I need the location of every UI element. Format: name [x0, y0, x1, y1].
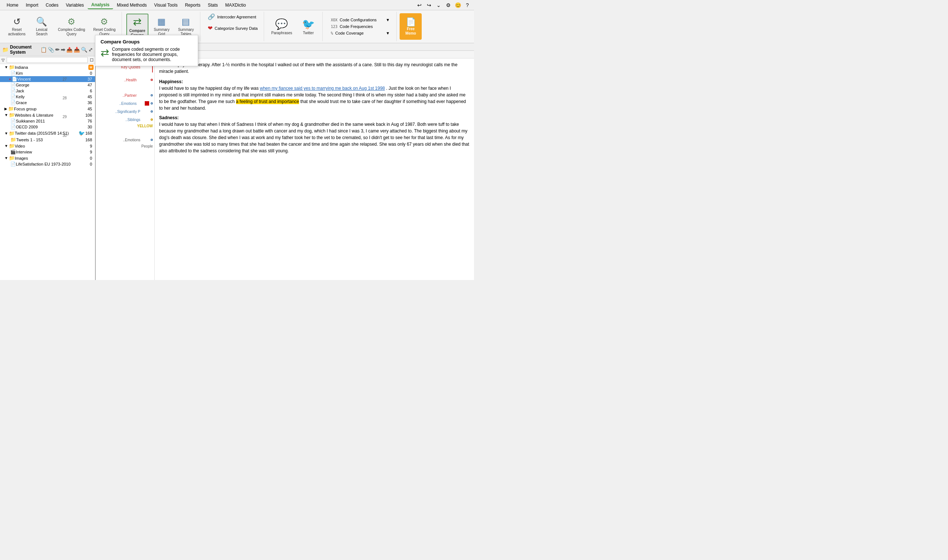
tree-label-tweets: Tweets 1 - 153: [16, 138, 85, 142]
undo-button[interactable]: ↩: [416, 2, 423, 9]
top-content-area: 🔍 🔍 ⊞ ✏ 🖨 📤 🔍 ⊡ ⤢ ─ ✕ ◀ ▶ |: [96, 43, 474, 280]
doc-system-toolbar-icons: 📋 📎 ✏ ➡ 📤 📥 🔍 ⤢: [40, 47, 93, 52]
compare-groups-icon: ⇄: [133, 16, 141, 28]
tree-item-kim[interactable]: 📄 Kim 0: [0, 70, 95, 76]
menu-visual-tools[interactable]: Visual Tools: [151, 2, 182, 9]
intercoder-button[interactable]: 🔗 Intercoder Agreement: [205, 12, 259, 22]
menu-stats[interactable]: Stats: [204, 2, 221, 9]
twitter-badge: 🐦: [79, 130, 85, 136]
tree-item-focus-group[interactable]: ▶ 📁 Focus group 45: [0, 106, 95, 112]
tree-expand-indiana[interactable]: ▼: [5, 65, 8, 69]
tree-count-suikkanen: 76: [85, 119, 94, 123]
menu-import[interactable]: Import: [22, 2, 42, 9]
code-configs-panel: XOX Code Configurations ▼ 123 Code Frequ…: [327, 15, 393, 37]
tree-count-oecd: 30: [85, 125, 94, 129]
tree-item-lifesatisfaction[interactable]: 📄 LifeSatisfaction EU 1973-2010 0: [0, 161, 95, 167]
tree-expand-video[interactable]: ▼: [5, 144, 8, 148]
tree-item-vincent[interactable]: + 📄 Vincent 37: [0, 76, 95, 82]
tree-item-grace[interactable]: 📄 Grace 36: [0, 100, 95, 106]
tree-item-suikkanen[interactable]: 📄 Suikkanen 2011 76: [0, 118, 95, 124]
settings-icon[interactable]: ⚙: [445, 2, 452, 9]
tree-label-twitter-data: Twitter data (2015/25/8 14:51): [15, 131, 78, 135]
summary-grid-button[interactable]: ▦ SummaryGrid: [151, 15, 173, 38]
tree-item-indiana[interactable]: ▼ 📁 Indiana M: [0, 64, 95, 70]
smiley-icon[interactable]: 😊: [454, 2, 462, 9]
tree-item-oecd[interactable]: 📄 OECD 2009 30: [0, 124, 95, 130]
doc-system-icon3[interactable]: ✏: [55, 47, 60, 52]
doc-check-icon[interactable]: ☐: [90, 58, 94, 63]
tree-item-websites[interactable]: ▼ 📁 Websites & Literature 106: [0, 112, 95, 118]
menu-mixed-methods[interactable]: Mixed Methods: [113, 2, 150, 9]
tree-expand-twitter[interactable]: ▼: [5, 131, 8, 135]
paraphrases-button[interactable]: 💬 Paraphrases: [269, 17, 295, 37]
complex-coding-button[interactable]: ⚙ Complex CodingQuery: [55, 15, 88, 38]
menu-reports[interactable]: Reports: [181, 2, 204, 9]
chart-sig-area: [142, 108, 153, 115]
tree-item-george[interactable]: 📄 George 47: [0, 82, 95, 88]
doc-icon-kim: 📄: [10, 71, 16, 76]
menu-variables[interactable]: Variables: [62, 2, 88, 9]
redo-button[interactable]: ↪: [425, 2, 433, 9]
main-layout: 📁 Document System 📋 📎 ✏ ➡ 📤 📥 🔍 ⤢ ▽ ☐: [0, 43, 474, 280]
doc-icon-kelly: 📄: [10, 94, 16, 99]
folder-icon-images: 📁: [9, 155, 15, 161]
tree-item-kelly[interactable]: 📄 Kelly 45: [0, 94, 95, 100]
menu-codes[interactable]: Codes: [42, 2, 62, 9]
tree-label-video: Video: [15, 144, 85, 148]
doc-system-icon1[interactable]: 📋: [40, 47, 47, 52]
doc-system-icon4[interactable]: ➡: [61, 47, 65, 52]
doc-system-icon2[interactable]: 📎: [48, 47, 54, 52]
code-frequencies-button[interactable]: 123 Code Frequencies: [330, 23, 391, 29]
lexical-search-button[interactable]: 🔍 LexicalSearch: [31, 15, 52, 38]
code-configurations-button[interactable]: XOX Code Configurations ▼: [330, 17, 391, 23]
tree-expand-focus[interactable]: ▶: [5, 107, 8, 111]
free-memo-button[interactable]: 📄 FreeMemo: [400, 13, 422, 40]
reset-coding-icon: ⚙: [100, 17, 108, 27]
doc-system-expand[interactable]: ⤢: [88, 47, 93, 52]
code-coverage-button[interactable]: % Code Coverage ▼: [330, 30, 391, 36]
summary-grid-icon: ▦: [157, 17, 166, 27]
help-icon[interactable]: ?: [464, 2, 471, 9]
tree-expand-websites[interactable]: ▼: [5, 113, 8, 117]
chart-row-partner: ..Partner: [97, 92, 153, 99]
sadness-title: Sadness:: [159, 115, 179, 120]
tree-item-images[interactable]: ▼ 📁 Images 0: [0, 155, 95, 161]
chart-dot-partner: [151, 94, 153, 96]
complex-coding-icon: ⚙: [67, 17, 76, 27]
doc-filter-icon[interactable]: ▽: [2, 58, 5, 63]
main-text-panel[interactable]: harder in physical therapy. After 1-½ mo…: [155, 58, 474, 280]
content-with-chart: Key Quotes ..Health ..Part: [96, 58, 474, 280]
text-paragraph1: harder in physical therapy. After 1-½ mo…: [159, 62, 469, 75]
document-system-body[interactable]: ▼ 📁 Indiana M 📄 Kim 0 + 📄 Vincent 37: [0, 64, 95, 280]
tree-expand-images[interactable]: ▼: [5, 156, 8, 160]
chart-sidebar: Key Quotes ..Health ..Part: [96, 58, 155, 280]
tree-item-interview[interactable]: 🎬 Interview 9: [0, 149, 95, 155]
reset-coding-button[interactable]: ⚙ Reset CodingQuery: [90, 15, 119, 38]
happiness-title: Happiness:: [159, 79, 183, 84]
doc-search-input[interactable]: [7, 57, 88, 63]
dropdown-button[interactable]: ⌄: [435, 2, 442, 9]
menu-home[interactable]: Home: [3, 2, 22, 9]
doc-system-icon5[interactable]: 📤: [66, 47, 73, 52]
paraphrases-icon: 💬: [275, 18, 288, 30]
happiness-link[interactable]: when my fiancee said yes to marrying me …: [259, 86, 385, 91]
tree-count-interview: 9: [85, 150, 94, 154]
doc-icon-interview: 🎬: [10, 149, 16, 155]
reset-activations-button[interactable]: ↺ Resetactivations: [5, 15, 28, 38]
vincent-red-mark: +: [9, 77, 11, 81]
tree-item-tweets[interactable]: 📁 Tweets 1 - 153 168: [0, 137, 95, 143]
tree-item-video[interactable]: ▼ 📁 Video 9: [0, 143, 95, 149]
chart-row-health: ..Health: [97, 76, 153, 83]
tree-item-twitter-data[interactable]: ▼ 📁 Twitter data (2015/25/8 14:51) 🐦 168: [0, 130, 95, 137]
menu-maxdictio[interactable]: MAXDictio: [222, 2, 250, 9]
twitter-button[interactable]: 🐦 Twitter: [297, 17, 319, 37]
menu-analysis[interactable]: Analysis: [88, 1, 113, 9]
doc-system-search[interactable]: 🔍: [81, 47, 87, 52]
tree-label-oecd: OECD 2009: [16, 125, 85, 129]
tree-count-tweets: 168: [85, 138, 94, 142]
doc-system-icon6[interactable]: 📥: [74, 47, 80, 52]
chart-dot-health: [151, 79, 153, 81]
tree-item-jack[interactable]: 📄 Jack 6: [0, 88, 95, 94]
summary-tables-button[interactable]: ▤ SummaryTables: [175, 15, 197, 38]
categorize-button[interactable]: ❤ Categorize Survey Data: [205, 23, 261, 33]
